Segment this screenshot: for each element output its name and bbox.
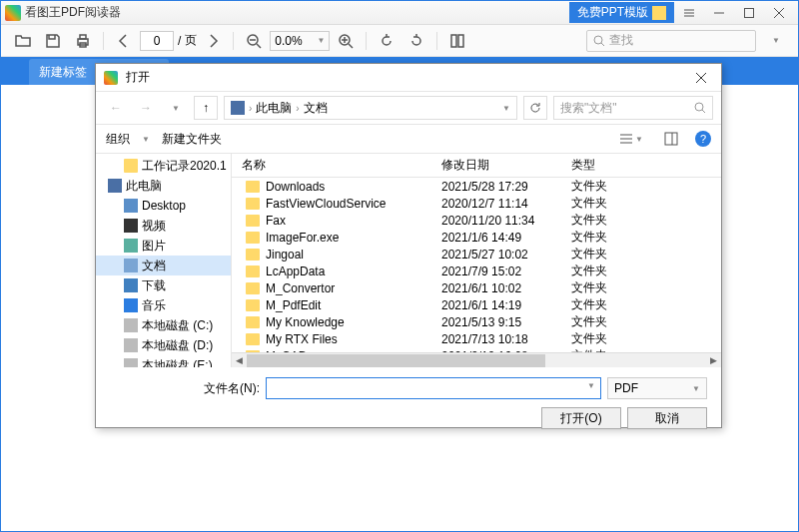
tree-label: 工作记录2020.1 <box>142 158 227 175</box>
tree-label: 此电脑 <box>126 178 162 195</box>
nav-recent-icon[interactable]: ▼ <box>164 96 188 120</box>
save-icon[interactable] <box>39 29 67 53</box>
new-folder-button[interactable]: 新建文件夹 <box>162 131 222 148</box>
folder-icon <box>246 282 260 294</box>
tree-item[interactable]: 音乐 <box>96 295 231 315</box>
help-icon[interactable]: ? <box>695 131 711 147</box>
dl-icon <box>124 278 138 292</box>
minimize-button[interactable] <box>704 2 734 24</box>
folder-tree: 工作记录2020.1此电脑Desktop视频图片文档下载音乐本地磁盘 (C:)本… <box>96 154 232 367</box>
file-row[interactable]: Fax2020/11/20 11:34文件夹 <box>232 212 721 229</box>
col-type[interactable]: 类型 <box>571 157 721 174</box>
breadcrumb-pc[interactable]: 此电脑 <box>256 100 292 117</box>
svg-line-20 <box>601 43 604 46</box>
maximize-button[interactable] <box>734 2 764 24</box>
filename-label: 文件名(N): <box>110 380 260 397</box>
file-list: 名称 修改日期 类型 Downloads2021/5/28 17:29文件夹Fa… <box>232 154 721 367</box>
preview-pane-icon[interactable] <box>655 129 687 149</box>
file-row[interactable]: Downloads2021/5/28 17:29文件夹 <box>232 178 721 195</box>
zoom-select[interactable]: 0.0%▼ <box>270 31 330 51</box>
view-mode-icon[interactable]: ▼ <box>615 129 647 149</box>
cancel-button[interactable]: 取消 <box>627 407 707 429</box>
file-row[interactable]: LcAppData2021/7/9 15:02文件夹 <box>232 263 721 279</box>
filename-input[interactable] <box>266 377 601 399</box>
zoom-out-icon[interactable] <box>240 29 268 53</box>
breadcrumb-folder[interactable]: 文档 <box>304 100 328 117</box>
nav-forward-icon[interactable]: → <box>134 96 158 120</box>
organize-button[interactable]: 组织 <box>106 131 130 148</box>
main-toolbar: / 页 0.0%▼ 查找 ▼ <box>1 25 798 57</box>
tree-item[interactable]: 工作记录2020.1 <box>96 156 231 176</box>
tree-label: 视频 <box>142 218 166 235</box>
file-name: Downloads <box>266 180 325 194</box>
address-bar[interactable]: › 此电脑 › 文档 ▼ <box>224 96 517 120</box>
file-date: 2021/5/28 17:29 <box>441 180 571 194</box>
dialog-footer: 文件名(N): ▼ PDF▼ 打开(O) 取消 <box>96 367 721 439</box>
zoom-in-icon[interactable] <box>332 29 360 53</box>
addr-dropdown-icon[interactable]: ▼ <box>502 104 510 113</box>
refresh-icon[interactable] <box>523 96 547 120</box>
file-row[interactable]: My RTX Files2021/7/13 10:18文件夹 <box>232 330 721 347</box>
file-date: 2021/7/9 15:02 <box>441 265 571 278</box>
folder-icon <box>246 316 260 328</box>
file-date: 2020/12/7 11:14 <box>441 197 571 211</box>
rotate-right-icon[interactable] <box>402 29 430 53</box>
file-date: 2021/6/1 10:02 <box>441 281 571 295</box>
dropdown-icon[interactable]: ▼ <box>762 29 790 53</box>
dialog-close-icon[interactable] <box>689 68 713 88</box>
folder-icon <box>246 249 260 261</box>
close-button[interactable] <box>764 2 794 24</box>
file-row[interactable]: M_Convertor2021/6/1 10:02文件夹 <box>232 279 721 296</box>
tree-item[interactable]: 图片 <box>96 236 231 256</box>
fit-page-icon[interactable] <box>443 29 471 53</box>
toolbar-search[interactable]: 查找 <box>586 30 756 52</box>
next-page-icon[interactable] <box>199 29 227 53</box>
file-type: 文件夹 <box>571 296 721 313</box>
col-date[interactable]: 修改日期 <box>441 157 571 174</box>
file-row[interactable]: My Knowledge2021/5/13 9:15文件夹 <box>232 313 721 330</box>
scroll-right-icon[interactable]: ▶ <box>706 353 721 368</box>
tree-item[interactable]: 视频 <box>96 216 231 236</box>
rotate-left-icon[interactable] <box>373 29 400 53</box>
tree-label: 本地磁盘 (E:) <box>142 357 213 368</box>
open-file-icon[interactable] <box>9 29 37 53</box>
scroll-left-icon[interactable]: ◀ <box>232 353 247 368</box>
tree-item[interactable]: 此电脑 <box>96 176 231 196</box>
tree-label: 音乐 <box>142 297 166 314</box>
col-name[interactable]: 名称 <box>232 157 441 174</box>
file-row[interactable]: M_PdfEdit2021/6/1 14:19文件夹 <box>232 296 721 313</box>
folder-icon <box>246 266 260 277</box>
prev-page-icon[interactable] <box>110 29 138 53</box>
file-date: 2021/5/27 10:02 <box>441 248 571 262</box>
file-row[interactable]: ImageFor.exe2021/1/6 14:49文件夹 <box>232 229 721 246</box>
tree-item[interactable]: 文档 <box>96 256 231 275</box>
tree-item[interactable]: 本地磁盘 (D:) <box>96 335 231 355</box>
tree-item[interactable]: 本地磁盘 (C:) <box>96 315 231 335</box>
menu-button[interactable] <box>674 2 704 24</box>
promo-banner[interactable]: 免费PPT模版 <box>569 2 674 23</box>
tree-label: 本地磁盘 (C:) <box>142 317 213 334</box>
file-filter-select[interactable]: PDF▼ <box>607 377 707 399</box>
print-icon[interactable] <box>69 29 97 53</box>
tree-item[interactable]: 本地磁盘 (E:) <box>96 355 231 367</box>
tree-item[interactable]: Desktop <box>96 196 231 216</box>
filename-dropdown-icon[interactable]: ▼ <box>587 381 595 390</box>
tree-item[interactable]: 下载 <box>96 275 231 295</box>
nav-back-icon[interactable]: ← <box>104 96 128 120</box>
video-icon <box>124 219 138 233</box>
drive-icon <box>124 338 138 352</box>
file-row[interactable]: Jingoal2021/5/27 10:02文件夹 <box>232 246 721 263</box>
page-input[interactable] <box>140 31 174 51</box>
titlebar: 看图王PDF阅读器 免费PPT模版 <box>1 1 798 25</box>
horizontal-scrollbar[interactable]: ◀ ▶ <box>232 352 721 367</box>
open-button[interactable]: 打开(O) <box>541 407 621 429</box>
nav-up-icon[interactable]: ↑ <box>194 96 218 120</box>
tree-label: 文档 <box>142 258 166 274</box>
search-icon <box>593 35 605 47</box>
dialog-search[interactable]: 搜索"文档" <box>553 96 713 120</box>
svg-line-24 <box>702 110 705 113</box>
scroll-thumb[interactable] <box>247 354 545 367</box>
file-type: 文件夹 <box>571 330 721 347</box>
file-type: 文件夹 <box>571 178 721 195</box>
file-row[interactable]: FastViewCloudService2020/12/7 11:14文件夹 <box>232 195 721 212</box>
